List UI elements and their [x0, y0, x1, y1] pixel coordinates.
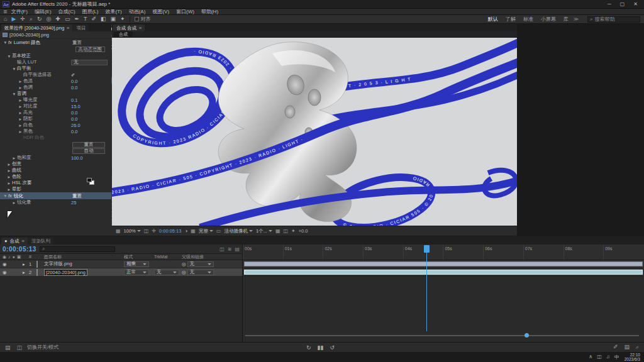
tab-render-queue[interactable]: 渲染队列 — [28, 238, 53, 244]
exposure-value[interactable]: +0.0 — [299, 228, 308, 234]
tray-icon[interactable]: ◫ — [597, 354, 602, 361]
timeline-track-area[interactable]: 00s01s02s03s04s05s06s07s08s09s — [243, 244, 644, 342]
tool-icon[interactable]: ▣ — [111, 16, 116, 23]
twirl-icon[interactable]: ▾ — [3, 40, 8, 45]
twirl-icon[interactable]: ▸ — [6, 162, 12, 167]
effect-property-row[interactable]: ▸ 高光 0.0 — [0, 109, 111, 116]
effect-property-row[interactable]: ▸ 晕影 — [0, 186, 111, 192]
help-search-input[interactable]: ⌕ 搜索帮助 — [587, 16, 640, 23]
close-button[interactable]: ✕ — [633, 1, 638, 7]
layer-duration-bar-selected[interactable] — [244, 270, 643, 275]
tab-project[interactable]: 项目 — [73, 25, 89, 31]
time-navigator[interactable] — [245, 335, 639, 336]
tool-icon[interactable]: ✚ — [55, 16, 60, 23]
footer-tool-icon[interactable]: ⌕ — [636, 344, 639, 351]
snapshot-icon[interactable]: ◑ — [184, 228, 187, 234]
effect-property-row[interactable]: ▸ 阴影 0.0 — [0, 116, 111, 122]
tool-icon[interactable]: ◧ — [101, 16, 106, 23]
footer-tool-icon[interactable]: ✐ — [613, 344, 618, 351]
panel-menu-icon[interactable]: ≡ — [139, 25, 142, 31]
auto-button[interactable]: 自动 — [72, 148, 105, 154]
tool-icon[interactable]: ✛ — [20, 16, 25, 23]
property-value[interactable]: 25 — [71, 200, 108, 206]
resolution-dropdown[interactable]: 完整 — [199, 228, 213, 234]
property-value[interactable]: 26.0 — [71, 123, 108, 128]
menu-item[interactable]: 效果(T) — [105, 8, 121, 15]
property-value[interactable]: 0.0 — [71, 129, 108, 134]
effect-header-lumetri[interactable]: ▾ fx Lumetri 颜色 重置 — [0, 39, 111, 46]
twirl-icon[interactable]: ▸ — [18, 85, 23, 90]
taskbar-clock[interactable]: 22:10 2023/6/3 — [625, 353, 640, 361]
twirl-icon[interactable]: ▾ — [11, 66, 17, 72]
twirl-icon[interactable]: ▸ — [11, 155, 17, 161]
layer-search-input[interactable]: ⌕ — [40, 246, 115, 252]
tool-icon[interactable]: ↻ — [37, 16, 42, 23]
tool-icon[interactable]: ⌕ — [30, 16, 33, 23]
twirl-icon[interactable]: ▸ — [18, 116, 23, 122]
property-value[interactable]: 0.0 — [71, 85, 108, 90]
hdr-button[interactable]: 高动态范围 — [75, 47, 106, 52]
footer-icon[interactable]: ◫ — [17, 344, 23, 351]
parent-dropdown[interactable]: 无 — [187, 270, 214, 275]
effect-property-row[interactable]: HDR 白色 — [0, 134, 111, 141]
trkmat-dropdown[interactable]: 无 — [154, 270, 179, 275]
layer-duration-bar[interactable] — [244, 261, 643, 266]
menu-item[interactable]: 文件(F) — [11, 8, 28, 15]
crosshair-icon[interactable]: ✛ — [152, 228, 156, 234]
tray-icon[interactable]: 中 — [614, 354, 619, 361]
maximize-button[interactable]: ▢ — [620, 1, 625, 7]
effect-property-row[interactable]: 输入 LUT 无 — [0, 59, 111, 65]
property-value[interactable]: ✐ — [71, 72, 108, 78]
menu-item[interactable]: 图层(L) — [82, 8, 99, 15]
workspace-tab[interactable]: 小屏幕 — [541, 16, 556, 23]
timeline-option-icon[interactable]: ▤ — [235, 246, 240, 252]
twirl-icon[interactable]: ▸ — [18, 97, 23, 103]
sharpen-amount-row[interactable]: ▸ 锐化量 25 — [0, 199, 111, 206]
effect-property-row[interactable]: ▸ 色轮 — [0, 173, 111, 180]
twirl-icon[interactable]: ▸ — [11, 200, 17, 206]
twirl-icon[interactable]: ▸ — [6, 187, 12, 192]
twirl-icon[interactable]: ▸ — [18, 104, 23, 109]
panel-menu-icon[interactable]: ≡ — [22, 238, 25, 244]
toggle-switches-modes-button[interactable]: 切换开关/模式 — [27, 344, 58, 351]
twirl-icon[interactable]: ▸ — [18, 79, 23, 84]
tab-timeline-composition[interactable]: ● 合成 ≡ — [1, 238, 28, 244]
workspace-tab[interactable]: 库 — [564, 16, 569, 23]
pickwhip-icon[interactable]: ◎ — [182, 261, 186, 267]
twirl-icon[interactable]: ▾ — [3, 193, 8, 199]
twirl-icon[interactable]: ▾ — [6, 53, 12, 59]
property-value[interactable]: 100.0 — [71, 155, 108, 161]
property-value[interactable]: 15.0 — [71, 104, 108, 109]
timeline-current-timecode[interactable]: 0:00:05:13 — [3, 246, 36, 253]
view-layout-dropdown[interactable]: 1个... — [256, 228, 272, 234]
timeline-option-icon[interactable]: ≋ — [228, 246, 232, 252]
blend-mode-dropdown[interactable]: 正常 — [124, 270, 149, 275]
effect-property-row[interactable]: ▸ 曲线 — [0, 167, 111, 173]
effect-header-sharpen[interactable]: ▾ fx 锐化 重置 — [0, 192, 111, 199]
property-value[interactable]: 无 — [71, 60, 108, 65]
reset-link[interactable]: 重置 — [72, 193, 109, 199]
time-ruler[interactable]: 00s01s02s03s04s05s06s07s08s09s — [243, 244, 644, 260]
layer-track[interactable] — [243, 268, 644, 277]
comp-mini-tab[interactable]: 合成 — [114, 31, 133, 37]
effect-property-row[interactable]: ▸ 白色 26.0 — [0, 122, 111, 128]
parent-dropdown[interactable]: 无 — [187, 261, 214, 267]
navigator-thumb[interactable] — [525, 333, 529, 337]
pixel-aspect-icon[interactable]: ▦ — [275, 228, 280, 234]
blend-mode-dropdown[interactable]: 相乘 — [124, 261, 149, 267]
layer-row[interactable]: ◉ ▸ 1 文字排版.png 相乘 ◎ 无 — [0, 260, 242, 268]
tray-icon[interactable]: ∧ — [589, 354, 592, 361]
property-value[interactable]: 0.0 — [71, 79, 108, 84]
menu-item[interactable]: 动画(A) — [129, 8, 146, 15]
workspace-tab[interactable]: 标准 — [523, 16, 533, 23]
effect-property-row[interactable]: ▸ 对比度 15.0 — [0, 103, 111, 109]
transport-icon[interactable]: ↺ — [330, 344, 335, 351]
footer-icon[interactable]: ▤ — [5, 344, 11, 351]
twirl-icon[interactable]: ▸ — [6, 168, 12, 173]
tool-icon[interactable]: ▶ — [11, 16, 16, 23]
menu-item[interactable]: 视图(V) — [152, 8, 169, 15]
tool-icon[interactable]: ⌂ — [4, 16, 7, 23]
safe-margins-icon[interactable]: ◫ — [144, 228, 149, 234]
workspace-tab[interactable]: 了解 — [506, 16, 516, 23]
reset-link[interactable]: 重置 — [72, 40, 109, 46]
